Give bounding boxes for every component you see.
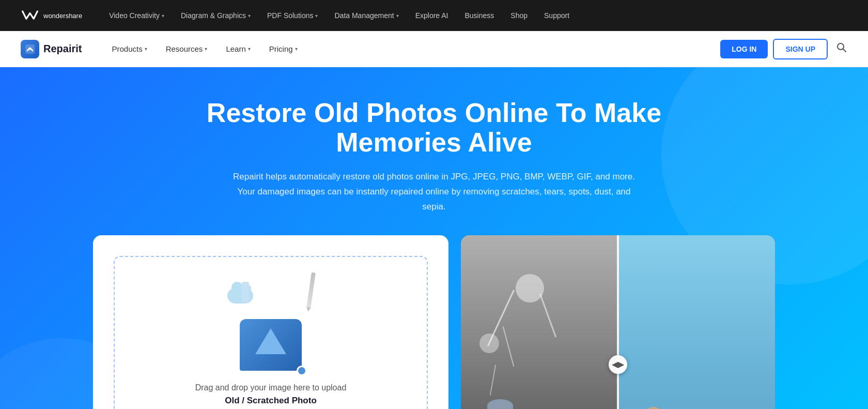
person-head-left (490, 407, 509, 409)
upload-illustration (219, 278, 322, 371)
chevron-down-icon: ▾ (162, 13, 164, 19)
box-illustration (240, 319, 302, 371)
secondary-navigation: Repairit Products ▾ Resources ▾ Learn ▾ … (0, 31, 868, 67)
hero-section: Restore Old Photos Online To Make Memori… (0, 67, 868, 409)
person-left-after (630, 390, 677, 409)
hero-subtitle: Repairit helps automatically restore old… (233, 170, 636, 215)
chevron-down-icon: ▾ (145, 46, 147, 52)
nav-item-explore-ai[interactable]: Explore AI (415, 11, 448, 20)
chevron-down-icon: ▾ (396, 13, 399, 19)
sec-nav-learn[interactable]: Learn ▾ (216, 31, 259, 67)
drag-drop-label: Drag and drop your image here to upload (195, 383, 347, 392)
nav-item-pdf-solutions[interactable]: PDF Solutions ▾ (267, 11, 318, 20)
svg-line-3 (843, 49, 846, 52)
sec-nav-products[interactable]: Products ▾ (102, 31, 156, 67)
top-navigation: wondershare Video Creativity ▾ Diagram &… (0, 0, 868, 31)
svg-point-1 (29, 47, 32, 50)
chevron-down-icon: ▾ (248, 13, 251, 19)
wrench-icon (242, 282, 249, 302)
chevron-down-icon: ▾ (205, 46, 207, 52)
chevron-down-icon: ▾ (315, 13, 318, 19)
person-right-before (561, 400, 602, 409)
preview-divider-line (617, 235, 619, 409)
brand-name-label: Repairit (43, 43, 82, 55)
preview-panel: ◀▶ (461, 235, 775, 409)
hero-title: Restore Old Photos Online To Make Memori… (176, 98, 692, 157)
nav-item-shop[interactable]: Shop (510, 11, 528, 20)
before-image (461, 235, 618, 409)
nav-item-diagram-graphics[interactable]: Diagram & Graphics ▾ (181, 11, 251, 20)
repairit-logo-icon (21, 40, 39, 58)
person-left-before (476, 390, 523, 409)
triangle-icon (255, 328, 286, 354)
cloud-icon (227, 288, 253, 304)
upload-type-label: Old / Scratched Photo (225, 396, 317, 406)
search-icon[interactable] (836, 42, 847, 56)
signup-button[interactable]: SIGN UP (773, 39, 828, 59)
sec-nav-resources[interactable]: Resources ▾ (157, 31, 217, 67)
nav-item-data-management[interactable]: Data Management ▾ (334, 11, 398, 20)
person-right-after (721, 400, 763, 409)
logo-text: wondershare (43, 12, 82, 20)
sec-nav-pricing[interactable]: Pricing ▾ (260, 31, 307, 67)
before-after-slider-button[interactable]: ◀▶ (609, 355, 627, 374)
nav-item-video-creativity[interactable]: Video Creativity ▾ (109, 11, 164, 20)
upload-panel: Drag and drop your image here to upload … (93, 235, 448, 409)
chevron-down-icon: ▾ (295, 46, 298, 52)
pencil-icon (306, 272, 316, 309)
login-button[interactable]: LOG IN (720, 40, 768, 58)
nav-item-business[interactable]: Business (465, 11, 494, 20)
chevron-down-icon: ▾ (248, 46, 251, 52)
dot-decoration (297, 366, 307, 376)
hero-content-area: Drag and drop your image here to upload … (93, 235, 775, 409)
nav-item-support[interactable]: Support (544, 11, 569, 20)
before-after-container: ◀▶ (461, 235, 775, 409)
repairit-brand-logo[interactable]: Repairit (21, 40, 82, 58)
after-image (618, 235, 775, 409)
upload-dropzone[interactable]: Drag and drop your image here to upload … (114, 256, 428, 409)
wondershare-logo[interactable]: wondershare (21, 8, 82, 23)
